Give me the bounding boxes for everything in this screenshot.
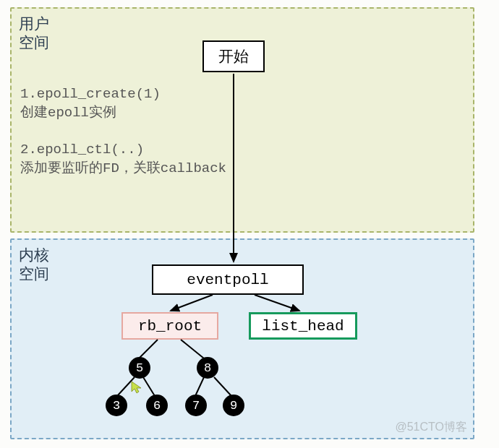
start-label: 开始 [218,46,249,66]
tree-node-7: 7 [185,395,207,416]
zone-user-title-l1: 用户 [19,15,49,32]
list-head-label: list_head [262,318,344,335]
tree-node-6: 6 [146,395,168,416]
tree-node-5: 5 [129,357,150,379]
zone-kernel-title-l2: 空间 [19,265,49,282]
diagram-main: 用户 空间 1.epoll_create(1) 创建epoll实例 2.epol… [10,7,474,439]
tree-node-8: 8 [197,357,218,379]
start-box: 开始 [202,40,265,72]
zone-kernel-title: 内核 空间 [19,246,49,284]
list-head-box: list_head [249,312,357,340]
steps-text: 1.epoll_create(1) 创建epoll实例 2.epoll_ctl(… [20,85,226,178]
eventpoll-box: eventpoll [152,264,304,295]
eventpoll-label: eventpoll [187,272,268,288]
rb-root-box: rb_root [121,312,218,340]
watermark: @51CTO博客 [395,420,467,435]
zone-user-title-l2: 空间 [19,34,49,51]
rb-root-label: rb_root [138,318,202,335]
tree-node-9: 9 [223,395,244,416]
tree-node-3: 3 [106,395,127,416]
zone-user-title: 用户 空间 [19,14,49,53]
zone-kernel-title-l1: 内核 [19,246,49,263]
